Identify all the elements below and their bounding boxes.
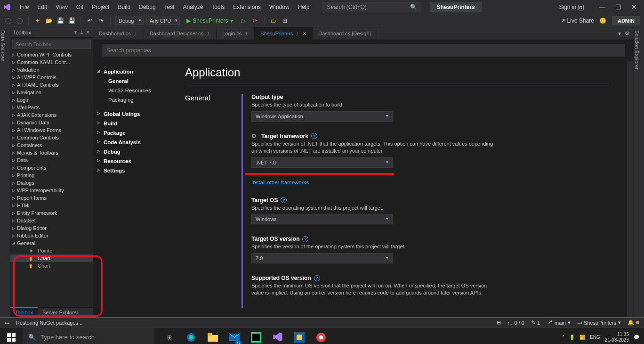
tab-login-cs[interactable]: Login.cs⊥ [217, 27, 255, 40]
tree-item[interactable]: Ribbon Editor [10, 232, 93, 239]
clock[interactable]: 11:35 21-03-2023 [605, 332, 629, 343]
nav-resources[interactable]: Resources [97, 156, 167, 166]
maximize-button[interactable]: ☐ [611, 2, 625, 12]
select-config-icon[interactable]: ⊟ [497, 319, 501, 326]
menu-build[interactable]: Build [114, 2, 135, 12]
menu-analyze[interactable]: Analyze [179, 2, 207, 12]
edge-icon[interactable] [181, 328, 201, 344]
help-icon[interactable]: ? [311, 133, 317, 139]
tree-item[interactable]: HTML [10, 202, 93, 209]
notification-bell[interactable]: 🔔 [628, 319, 639, 326]
branch-indicator[interactable]: ⎇ main ▾ [547, 319, 571, 326]
save-all-icon[interactable]: 💾 [67, 16, 76, 25]
gear-icon[interactable]: ⚙ [625, 30, 630, 37]
tray-chevron-icon[interactable]: ˄ [562, 335, 564, 340]
changes-indicator[interactable]: ↑↓ 0 / 0 [507, 320, 524, 326]
start-button[interactable] [0, 328, 23, 344]
tree-item[interactable]: Components [10, 164, 93, 172]
repo-indicator[interactable]: ▭ ShesuPrinters ▾ [577, 319, 621, 326]
visualstudio-icon[interactable] [267, 328, 288, 344]
nav-debug[interactable]: Debug [97, 147, 167, 156]
open-icon[interactable]: 📂 [45, 16, 53, 25]
nav-settings[interactable]: Settings [97, 166, 167, 175]
undo-icon[interactable]: ↶ [86, 16, 94, 25]
tree-item[interactable]: WPF Interoperability [10, 187, 93, 194]
tab-project-props[interactable]: ShesuPrinters⊥✕ [255, 27, 313, 40]
hot-reload-icon[interactable]: ⟳ [251, 16, 259, 25]
dropdown-icon[interactable]: ▾ [74, 29, 77, 35]
nav-application[interactable]: Application [97, 67, 167, 76]
language-indicator[interactable]: ENG [590, 335, 600, 340]
save-icon[interactable]: 💾 [56, 16, 64, 25]
menu-help[interactable]: Help [294, 2, 314, 12]
tab-designer-cs[interactable]: Dashboard.Designer.cs⊥ [144, 27, 217, 40]
tool-chart[interactable]: ▮Chart [10, 254, 93, 262]
platform-dropdown[interactable]: Any CPU [146, 16, 180, 25]
config-dropdown[interactable]: Debug [115, 16, 144, 25]
rail-solution-explorer[interactable]: Solution Explorer [634, 30, 640, 317]
nav-win32[interactable]: Win32 Resources [97, 86, 167, 95]
close-button[interactable]: ✕ [627, 2, 641, 12]
menu-tools[interactable]: Tools [208, 2, 228, 12]
start-debug-button[interactable]: ▶ ShesuPrinters ▾ [183, 16, 236, 25]
tree-item[interactable]: Login [10, 96, 93, 104]
tab-dashboard-design[interactable]: Dashboard.cs [Design] [313, 27, 377, 40]
start-nodebug-icon[interactable]: ▷ [240, 16, 248, 25]
taskbar-search[interactable]: 🔍 Type here to search [23, 328, 154, 344]
nav-general[interactable]: General [97, 76, 167, 86]
help-icon[interactable]: ? [314, 275, 320, 281]
output-type-select[interactable]: Windows Application [251, 111, 393, 122]
tree-item[interactable]: Printing [10, 172, 93, 179]
scrollbar[interactable] [627, 61, 634, 317]
tree-item[interactable]: Dialog Editor [10, 224, 93, 232]
pin-icon[interactable]: ⊥ [79, 29, 84, 35]
redo-icon[interactable]: ↷ [97, 16, 105, 25]
tab-dashboard-cs[interactable]: Dashboard.cs⊥ [93, 27, 144, 40]
pending-edits[interactable]: ✎ 1 [531, 319, 540, 326]
help-icon[interactable]: ? [281, 197, 287, 203]
tree-item[interactable]: All WPF Controls [10, 74, 93, 81]
feedback-icon[interactable]: 🙂 [599, 16, 607, 25]
menu-window[interactable]: Window [266, 2, 293, 12]
toolbox-tree[interactable]: Common WPF Controls Common XAML Cont... … [10, 51, 93, 307]
target-os-version-select[interactable]: 7.0 [251, 253, 393, 263]
tab-overflow-icon[interactable]: ▾ [618, 30, 621, 37]
pycharm-icon[interactable] [246, 328, 266, 344]
help-icon[interactable]: ? [302, 236, 308, 242]
nav-code-analysis[interactable]: Code Analysis [97, 138, 167, 147]
explorer-icon[interactable] [202, 328, 223, 344]
tree-item[interactable]: Entity Framework [10, 209, 93, 217]
menu-edit[interactable]: Edit [33, 2, 51, 12]
target-framework-select[interactable]: .NET 7.0 [251, 157, 393, 168]
tree-item[interactable]: Validation [10, 66, 93, 74]
nav-fwd-icon[interactable]: ◯ [15, 16, 24, 25]
battery-icon[interactable]: 🔋 [569, 335, 575, 340]
toolbox-search-input[interactable] [12, 40, 91, 49]
tree-item[interactable]: Menus & Toolbars [10, 149, 93, 156]
menu-view[interactable]: View [52, 2, 72, 12]
browse-icon[interactable]: 🗀 [269, 16, 278, 25]
layout-icon[interactable]: ⊞ [281, 16, 289, 25]
tree-item[interactable]: All Windows Forms [10, 126, 93, 134]
wifi-icon[interactable]: 📶 [580, 335, 585, 340]
tree-item-general[interactable]: General [10, 239, 93, 247]
tree-item[interactable]: Common WPF Controls [10, 51, 93, 58]
tree-item[interactable]: All XAML Controls [10, 81, 93, 89]
menu-file[interactable]: File [16, 2, 32, 12]
properties-search-input[interactable] [102, 44, 625, 57]
nav-global-usings[interactable]: Global Usings [97, 109, 167, 119]
nav-back-icon[interactable]: ◯ [4, 16, 12, 25]
data-sources-rail[interactable]: Data Sources [0, 27, 10, 317]
nav-package[interactable]: Package [97, 128, 167, 138]
menu-project[interactable]: Project [88, 2, 113, 12]
live-share-button[interactable]: ↗ Live Share [561, 17, 594, 24]
quick-search[interactable]: Search (Ctrl+Q) 🔍 [322, 2, 421, 12]
tree-item[interactable]: Common XAML Cont... [10, 58, 93, 66]
target-os-select[interactable]: Windows [251, 214, 393, 224]
close-panel-icon[interactable]: ✕ [86, 29, 90, 35]
nav-build[interactable]: Build [97, 119, 167, 128]
tree-item[interactable]: Data [10, 156, 93, 164]
tree-item[interactable]: Containers [10, 141, 93, 149]
menu-git[interactable]: Git [72, 2, 87, 12]
tree-item[interactable]: DataSet [10, 217, 93, 224]
